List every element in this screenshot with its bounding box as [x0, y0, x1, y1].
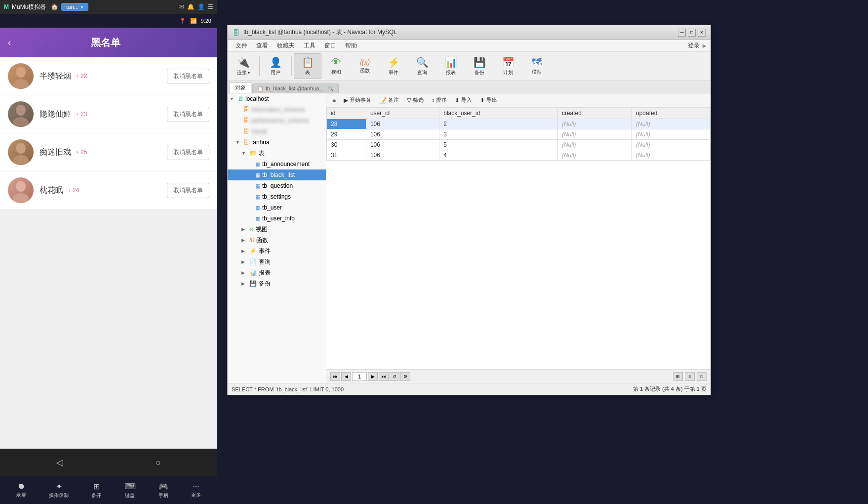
- tb-event[interactable]: ⚡ 事件: [380, 53, 407, 79]
- tree-blurred-3[interactable]: 🗄 mysql: [228, 126, 326, 137]
- svg-point-0: [16, 67, 26, 78]
- tree-views[interactable]: ▶ ∞ 视图: [228, 224, 326, 235]
- page-input[interactable]: [352, 372, 367, 381]
- tree-table-settings[interactable]: ▦ tb_settings: [228, 191, 326, 202]
- tb-model[interactable]: 🗺 模型: [523, 53, 551, 79]
- refresh-btn[interactable]: ↺: [390, 372, 399, 381]
- toolbar-macro[interactable]: ✦ 操作录制: [49, 482, 69, 499]
- tab-bar: 对象 📋 tb_black_list @tanhua... 🔍: [228, 81, 710, 93]
- list-item: 枕花眠 ♀ 24 取消黑名单: [0, 171, 217, 209]
- tree-blurred-2[interactable]: 🗄 performance_schema: [228, 115, 326, 126]
- table-row[interactable]: 281062(Null)(Null): [327, 119, 710, 129]
- tb-view[interactable]: 👁 视图: [322, 53, 350, 79]
- col-id[interactable]: id: [327, 108, 366, 119]
- tree-table-question[interactable]: ▦ tb_question: [228, 180, 326, 191]
- nav-home[interactable]: ○: [156, 458, 161, 468]
- home-icon[interactable]: 🏠: [51, 3, 58, 10]
- list-view-btn[interactable]: ≡: [685, 372, 695, 381]
- user-icon[interactable]: 👤: [197, 3, 205, 10]
- user-name: 隐隐仙姬: [39, 109, 71, 120]
- toolbar-record[interactable]: ⏺ 录屏: [16, 482, 26, 499]
- unblock-button[interactable]: 取消黑名单: [167, 107, 209, 122]
- notif-icon[interactable]: 🔔: [187, 3, 195, 10]
- tb-event-label: 事件: [389, 69, 398, 76]
- unblock-button[interactable]: 取消黑名单: [167, 183, 209, 198]
- tab-close-icon[interactable]: ×: [80, 4, 83, 10]
- settings-btn[interactable]: ⚙: [400, 372, 410, 381]
- prev-page-btn[interactable]: ◀: [341, 372, 351, 381]
- tbl-export-btn[interactable]: ⬆ 导出: [477, 95, 500, 105]
- tab-objects[interactable]: 对象: [230, 82, 251, 93]
- emulator-tab[interactable]: tan... ×: [61, 3, 88, 11]
- form-view-btn[interactable]: □: [697, 372, 707, 381]
- tree-table-user-info[interactable]: ▦ tb_user_info: [228, 213, 326, 224]
- col-black-user-id[interactable]: black_user_id: [439, 108, 558, 119]
- table-row[interactable]: 311064(Null)(Null): [327, 150, 710, 161]
- tab-table-data[interactable]: 📋 tb_black_list @tanhua... 🔍: [252, 84, 339, 93]
- tree-queries[interactable]: ▶ 📄 查询: [228, 256, 326, 267]
- tree-table-black-list[interactable]: ▦ tb_black_list: [228, 169, 326, 180]
- tb-user[interactable]: 👤 用户: [262, 53, 289, 79]
- nav-back[interactable]: ◁: [56, 457, 63, 468]
- col-created[interactable]: created: [557, 108, 631, 119]
- tb-backup[interactable]: 💾 备份: [466, 53, 493, 79]
- time-display: 9:20: [201, 18, 211, 24]
- back-button[interactable]: ‹: [8, 38, 11, 48]
- model-icon: 🗺: [532, 56, 542, 68]
- tree-backups[interactable]: ▶ 💾 备份: [228, 278, 326, 289]
- minimize-button[interactable]: ─: [678, 29, 686, 37]
- tb-func[interactable]: f(x) 函数: [351, 53, 379, 79]
- expand-icon[interactable]: ▶: [703, 43, 707, 48]
- user-info: 枕花眠 ♀ 24: [39, 185, 161, 196]
- tree-tanhua[interactable]: ▼ 🗄 tanhua: [228, 137, 326, 148]
- msg-icon[interactable]: ✉: [179, 3, 184, 10]
- login-button[interactable]: 登录: [688, 42, 700, 50]
- cell-black-user-id: 4: [439, 150, 558, 161]
- unblock-button[interactable]: 取消黑名单: [167, 145, 209, 160]
- tb-report[interactable]: 📊 报表: [437, 53, 465, 79]
- toolbar-more[interactable]: ··· 更多: [191, 482, 201, 499]
- menu-icon[interactable]: ☰: [208, 3, 213, 10]
- tree-table-user[interactable]: ▦ tb_user: [228, 202, 326, 213]
- table-row[interactable]: 301065(Null)(Null): [327, 140, 710, 150]
- tree-reports[interactable]: ▶ 📊 报表: [228, 267, 326, 278]
- menu-tools[interactable]: 工具: [300, 41, 319, 51]
- last-page-btn[interactable]: ⏭: [379, 372, 389, 381]
- tbl-sort-btn[interactable]: ↕ 排序: [429, 95, 450, 105]
- tbl-import-btn[interactable]: ⬇ 导入: [452, 95, 475, 105]
- tree-blurred-1[interactable]: 🗄 information_schema: [228, 104, 326, 115]
- toolbar-keyboard[interactable]: ⌨ 键盘: [124, 482, 136, 499]
- menu-view[interactable]: 查看: [252, 41, 272, 51]
- toolbar-gamepad[interactable]: 🎮 手柄: [158, 482, 168, 499]
- first-page-btn[interactable]: ⏮: [330, 372, 340, 381]
- toolbar-multi[interactable]: ⊞ 多开: [91, 482, 101, 499]
- maximize-button[interactable]: □: [688, 29, 696, 37]
- close-button[interactable]: ×: [698, 29, 706, 37]
- svg-point-1: [13, 79, 29, 89]
- tb-schedule[interactable]: 📅 计划: [494, 53, 522, 79]
- tree-events[interactable]: ▶ ⚡ 事件: [228, 246, 326, 256]
- menu-file[interactable]: 文件: [232, 41, 251, 51]
- unblock-button[interactable]: 取消黑名单: [167, 69, 209, 84]
- tb-table[interactable]: 📋 表: [294, 53, 321, 79]
- menu-help[interactable]: 帮助: [341, 41, 361, 51]
- tb-connect[interactable]: 🔌 连接 ▾: [230, 53, 257, 79]
- tb-query[interactable]: 🔍 查询: [408, 53, 436, 79]
- table-row[interactable]: 291063(Null)(Null): [327, 129, 710, 140]
- tbl-menu-btn[interactable]: ≡: [329, 96, 339, 105]
- status-nav: ⏮ ◀ ▶ ⏭ ↺ ⚙: [330, 372, 410, 381]
- tbl-note-btn[interactable]: 📝 备注: [376, 95, 402, 105]
- col-updated[interactable]: updated: [632, 108, 710, 119]
- menu-favorites[interactable]: 收藏夹: [273, 41, 299, 51]
- tree-localhost[interactable]: ▼ 🖥 localhost: [228, 93, 326, 104]
- data-table[interactable]: id user_id black_user_id created updated…: [326, 107, 710, 369]
- tree-functions[interactable]: ▶ f0 函数: [228, 235, 326, 246]
- tbl-transaction-btn[interactable]: ▶ 开始事务: [341, 95, 374, 105]
- col-user-id[interactable]: user_id: [366, 108, 439, 119]
- grid-view-btn[interactable]: ⊞: [673, 372, 683, 381]
- tbl-filter-btn[interactable]: ▽ 筛选: [404, 95, 427, 105]
- tree-tables-group[interactable]: ▼ 📁 表: [228, 148, 326, 159]
- menu-window[interactable]: 窗口: [320, 41, 340, 51]
- tree-table-announcement[interactable]: ▦ tb_announcement: [228, 159, 326, 169]
- next-page-btn[interactable]: ▶: [368, 372, 378, 381]
